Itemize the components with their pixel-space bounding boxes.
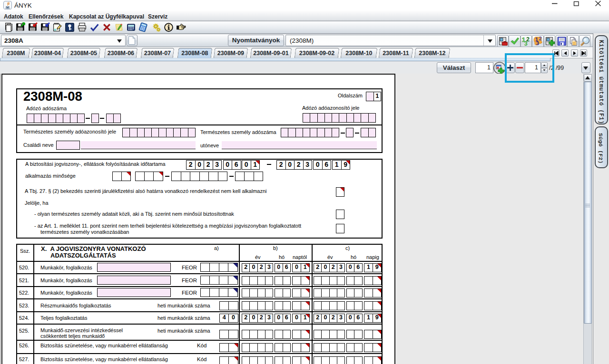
svg-text:3: 3 — [536, 40, 539, 46]
svg-text:2: 2 — [539, 36, 542, 41]
svg-text:3: 3 — [524, 40, 527, 46]
